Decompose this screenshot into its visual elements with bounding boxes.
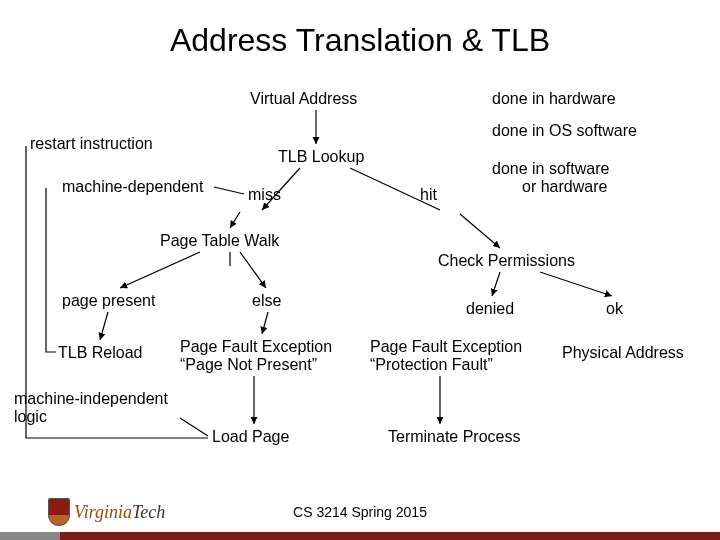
page-fault-protection-l2: “Protection Fault” bbox=[370, 356, 493, 374]
virginia-tech-logo: VirginiaTech bbox=[48, 498, 165, 526]
miss-label: miss bbox=[248, 186, 281, 204]
svg-line-16 bbox=[214, 187, 244, 194]
svg-line-10 bbox=[492, 272, 500, 296]
page-fault-protection-l1: Page Fault Exception bbox=[370, 338, 522, 356]
load-page: Load Page bbox=[212, 428, 289, 446]
page-present: page present bbox=[62, 292, 155, 310]
else-label: else bbox=[252, 292, 281, 310]
check-permissions: Check Permissions bbox=[438, 252, 575, 270]
page-fault-not-present-l2: “Page Not Present” bbox=[180, 356, 317, 374]
svg-line-5 bbox=[120, 252, 200, 288]
svg-line-3 bbox=[230, 212, 240, 228]
virtual-address: Virtual Address bbox=[250, 90, 357, 108]
flow-arrows bbox=[0, 0, 720, 540]
logo-text: VirginiaTech bbox=[74, 502, 165, 523]
denied-label: denied bbox=[466, 300, 514, 318]
tlb-lookup: TLB Lookup bbox=[278, 148, 364, 166]
svg-line-15 bbox=[180, 418, 208, 436]
ok-label: ok bbox=[606, 300, 623, 318]
page-fault-not-present-l1: Page Fault Exception bbox=[180, 338, 332, 356]
tlb-reload: TLB Reload bbox=[58, 344, 143, 362]
legend-sw-or-hw-l2: or hardware bbox=[522, 178, 607, 196]
restart-instruction: restart instruction bbox=[30, 135, 153, 153]
page-title: Address Translation & TLB bbox=[0, 22, 720, 59]
terminate-process: Terminate Process bbox=[388, 428, 521, 446]
hit-label: hit bbox=[420, 186, 437, 204]
page-table-walk: Page Table Walk bbox=[160, 232, 279, 250]
legend-hardware: done in hardware bbox=[492, 90, 616, 108]
svg-line-8 bbox=[100, 312, 108, 340]
machine-independent-l1: machine-independent bbox=[14, 390, 168, 408]
bottom-accent-bar bbox=[0, 532, 720, 540]
legend-sw-or-hw-l1: done in software bbox=[492, 160, 609, 178]
shield-icon bbox=[48, 498, 70, 526]
svg-line-11 bbox=[540, 272, 612, 296]
machine-dependent: machine-dependent bbox=[62, 178, 203, 196]
physical-address: Physical Address bbox=[562, 344, 684, 362]
legend-os-software: done in OS software bbox=[492, 122, 637, 140]
machine-independent-l2: logic bbox=[14, 408, 47, 426]
svg-line-4 bbox=[460, 214, 500, 248]
svg-line-7 bbox=[240, 252, 266, 288]
svg-line-9 bbox=[262, 312, 268, 334]
